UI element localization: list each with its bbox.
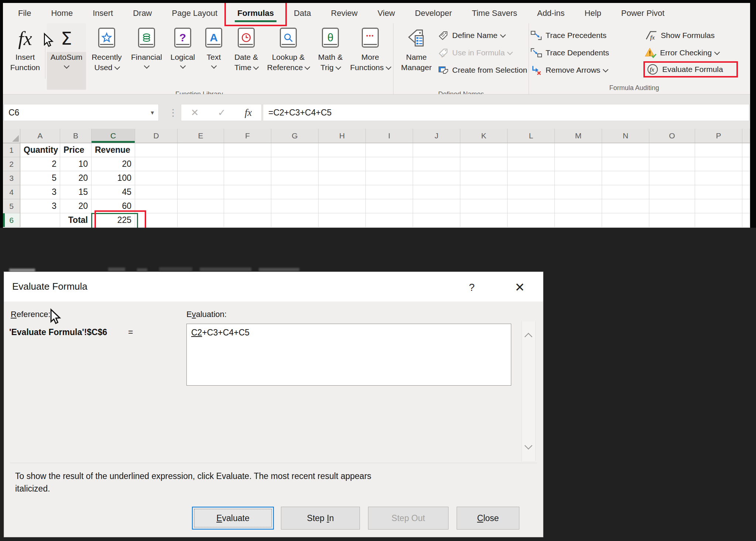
- row-header-3[interactable]: 3: [3, 171, 20, 185]
- cell-C6[interactable]: 225: [92, 213, 135, 227]
- cell-F2[interactable]: [224, 157, 271, 171]
- cell-C2[interactable]: 20: [92, 157, 135, 171]
- cell-F4[interactable]: [224, 185, 271, 199]
- column-header-N[interactable]: N: [602, 129, 649, 143]
- tab-insert[interactable]: Insert: [83, 3, 123, 23]
- cell-C4[interactable]: 45: [92, 185, 135, 199]
- cell-N5[interactable]: [602, 199, 649, 213]
- tab-help[interactable]: Help: [575, 3, 611, 23]
- cell-M2[interactable]: [555, 157, 602, 171]
- cell-K2[interactable]: [460, 157, 508, 171]
- row-header-5[interactable]: 5: [3, 199, 20, 213]
- column-header-J[interactable]: J: [413, 129, 460, 143]
- name-box-dropdown-icon[interactable]: ▾: [151, 109, 154, 117]
- cell-O3[interactable]: [649, 171, 695, 185]
- step-in-button[interactable]: Step In: [281, 507, 360, 530]
- tab-review[interactable]: Review: [321, 3, 368, 23]
- cell-J3[interactable]: [413, 171, 460, 185]
- financial-button[interactable]: Financial: [127, 23, 166, 90]
- row-header-4[interactable]: 4: [3, 185, 20, 199]
- cell-N3[interactable]: [602, 171, 649, 185]
- tab-developer[interactable]: Developer: [405, 3, 462, 23]
- tab-data[interactable]: Data: [284, 3, 321, 23]
- cell-I2[interactable]: [366, 157, 413, 171]
- column-header-F[interactable]: F: [224, 129, 271, 143]
- cell-L3[interactable]: [508, 171, 555, 185]
- logical-button[interactable]: ? Logical: [166, 23, 200, 90]
- cell-B6[interactable]: Total: [60, 213, 92, 227]
- cell-P5[interactable]: [695, 199, 742, 213]
- cell-C1[interactable]: Revenue: [92, 143, 135, 157]
- cell-N4[interactable]: [602, 185, 649, 199]
- cell-P3[interactable]: [695, 171, 742, 185]
- cell-N2[interactable]: [602, 157, 649, 171]
- cell-M1[interactable]: [555, 143, 602, 157]
- cell-E2[interactable]: [178, 157, 224, 171]
- cell-L6[interactable]: [508, 213, 555, 227]
- row-header-1[interactable]: 1: [3, 143, 20, 157]
- cell-J2[interactable]: [413, 157, 460, 171]
- cell-E1[interactable]: [178, 143, 224, 157]
- name-box[interactable]: C6 ▾: [4, 104, 159, 121]
- cell-D6[interactable]: [135, 213, 178, 227]
- cell-I5[interactable]: [366, 199, 413, 213]
- create-from-selection-button[interactable]: Create from Selection: [438, 64, 527, 76]
- cell-L5[interactable]: [508, 199, 555, 213]
- evaluation-scrollbar[interactable]: [522, 321, 536, 461]
- tab-home[interactable]: Home: [41, 3, 83, 23]
- cell-J4[interactable]: [413, 185, 460, 199]
- cell-E4[interactable]: [178, 185, 224, 199]
- text-button[interactable]: A Text: [200, 23, 228, 90]
- cell-L4[interactable]: [508, 185, 555, 199]
- row-header-6[interactable]: 6: [3, 213, 20, 227]
- step-out-button[interactable]: Step Out: [368, 507, 449, 530]
- column-header-G[interactable]: G: [271, 129, 319, 143]
- cell-H4[interactable]: [319, 185, 366, 199]
- cell-A1[interactable]: Quantity: [20, 143, 60, 157]
- cell-N1[interactable]: [602, 143, 649, 157]
- cell-H5[interactable]: [319, 199, 366, 213]
- insert-function-button[interactable]: fx Insert Function: [7, 23, 44, 90]
- error-checking-button[interactable]: Error Checking: [645, 46, 738, 59]
- cell-P1[interactable]: [695, 143, 742, 157]
- cell-G2[interactable]: [271, 157, 319, 171]
- cell-A3[interactable]: 5: [20, 171, 60, 185]
- cell-I4[interactable]: [366, 185, 413, 199]
- formula-bar-handle-icon[interactable]: ⋮: [168, 107, 178, 118]
- column-header-D[interactable]: D: [135, 129, 178, 143]
- cell-G3[interactable]: [271, 171, 319, 185]
- dialog-help-button[interactable]: ?: [463, 279, 481, 296]
- cell-F5[interactable]: [224, 199, 271, 213]
- cell-I6[interactable]: [366, 213, 413, 227]
- cell-D5[interactable]: [135, 199, 178, 213]
- cell-F1[interactable]: [224, 143, 271, 157]
- evaluate-button[interactable]: Evaluate: [192, 507, 274, 530]
- trace-precedents-button[interactable]: Trace Precedents: [530, 29, 640, 42]
- cancel-entry-icon[interactable]: ✕: [191, 107, 199, 118]
- cell-O5[interactable]: [649, 199, 695, 213]
- cell-D3[interactable]: [135, 171, 178, 185]
- tab-view[interactable]: View: [368, 3, 405, 23]
- column-header-C[interactable]: C: [92, 129, 135, 143]
- cell-K5[interactable]: [460, 199, 508, 213]
- cell-P6[interactable]: [695, 213, 742, 227]
- cell-G1[interactable]: [271, 143, 319, 157]
- scroll-up-icon[interactable]: [525, 333, 532, 341]
- cell-A5[interactable]: 3: [20, 199, 60, 213]
- column-header-O[interactable]: O: [649, 129, 695, 143]
- cell-J6[interactable]: [413, 213, 460, 227]
- cell-H1[interactable]: [319, 143, 366, 157]
- column-header-M[interactable]: M: [555, 129, 602, 143]
- evaluate-formula-button[interactable]: fx Evaluate Formula: [646, 63, 723, 76]
- tab-add-ins[interactable]: Add-ins: [527, 3, 575, 23]
- cell-B4[interactable]: 15: [60, 185, 92, 199]
- cell-M6[interactable]: [555, 213, 602, 227]
- cell-G5[interactable]: [271, 199, 319, 213]
- cell-J1[interactable]: [413, 143, 460, 157]
- cell-O1[interactable]: [649, 143, 695, 157]
- cell-E3[interactable]: [178, 171, 224, 185]
- cell-D1[interactable]: [135, 143, 178, 157]
- cell-K6[interactable]: [460, 213, 508, 227]
- cell-E6[interactable]: [178, 213, 224, 227]
- trace-dependents-button[interactable]: Trace Dependents: [530, 46, 640, 59]
